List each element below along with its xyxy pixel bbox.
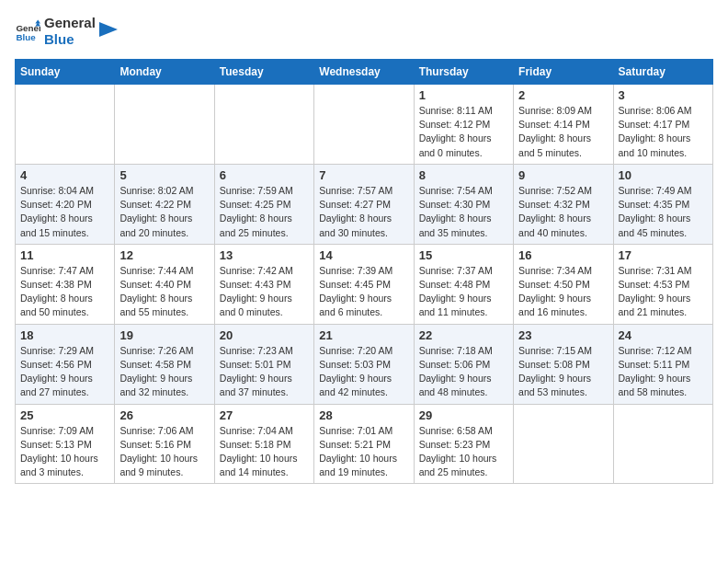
day-number: 9 bbox=[518, 168, 608, 182]
day-info: Sunrise: 7:37 AM Sunset: 4:48 PM Dayligh… bbox=[419, 264, 508, 320]
day-info: Sunrise: 7:09 AM Sunset: 5:13 PM Dayligh… bbox=[20, 424, 109, 480]
calendar-week-row: 25Sunrise: 7:09 AM Sunset: 5:13 PM Dayli… bbox=[16, 404, 713, 484]
weekday-header-saturday: Saturday bbox=[613, 60, 712, 85]
weekday-header-tuesday: Tuesday bbox=[214, 60, 313, 85]
weekday-header-thursday: Thursday bbox=[414, 60, 513, 85]
day-number: 23 bbox=[518, 328, 608, 342]
calendar-table: SundayMondayTuesdayWednesdayThursdayFrid… bbox=[15, 59, 713, 484]
logo-arrow-icon bbox=[99, 22, 118, 40]
day-info: Sunrise: 7:54 AM Sunset: 4:30 PM Dayligh… bbox=[419, 184, 508, 240]
day-info: Sunrise: 7:01 AM Sunset: 5:21 PM Dayligh… bbox=[319, 424, 408, 480]
calendar-cell: 3Sunrise: 8:06 AM Sunset: 4:17 PM Daylig… bbox=[613, 85, 712, 165]
day-number: 5 bbox=[119, 168, 209, 182]
day-info: Sunrise: 7:57 AM Sunset: 4:27 PM Dayligh… bbox=[319, 184, 408, 240]
calendar-cell bbox=[214, 85, 313, 165]
day-info: Sunrise: 7:47 AM Sunset: 4:38 PM Dayligh… bbox=[20, 264, 109, 320]
calendar-cell: 15Sunrise: 7:37 AM Sunset: 4:48 PM Dayli… bbox=[414, 244, 513, 324]
day-number: 11 bbox=[20, 248, 109, 262]
weekday-header-row: SundayMondayTuesdayWednesdayThursdayFrid… bbox=[16, 60, 713, 85]
logo-general: General bbox=[44, 15, 96, 31]
day-number: 24 bbox=[619, 328, 708, 342]
day-info: Sunrise: 8:04 AM Sunset: 4:20 PM Dayligh… bbox=[20, 184, 109, 240]
day-info: Sunrise: 7:44 AM Sunset: 4:40 PM Dayligh… bbox=[119, 264, 209, 320]
day-info: Sunrise: 8:11 AM Sunset: 4:12 PM Dayligh… bbox=[419, 104, 508, 160]
day-number: 6 bbox=[220, 168, 309, 182]
day-info: Sunrise: 7:18 AM Sunset: 5:06 PM Dayligh… bbox=[419, 344, 508, 400]
day-info: Sunrise: 7:31 AM Sunset: 4:53 PM Dayligh… bbox=[619, 264, 708, 320]
day-number: 1 bbox=[419, 88, 508, 102]
day-number: 18 bbox=[20, 328, 109, 342]
day-number: 12 bbox=[119, 248, 209, 262]
calendar-cell: 18Sunrise: 7:29 AM Sunset: 4:56 PM Dayli… bbox=[16, 324, 115, 404]
calendar-cell bbox=[314, 85, 414, 165]
calendar-cell: 13Sunrise: 7:42 AM Sunset: 4:43 PM Dayli… bbox=[214, 244, 313, 324]
day-number: 2 bbox=[518, 88, 608, 102]
day-number: 26 bbox=[119, 408, 209, 422]
calendar-cell bbox=[613, 404, 712, 484]
svg-text:Blue: Blue bbox=[16, 32, 36, 42]
day-number: 27 bbox=[220, 408, 309, 422]
day-number: 3 bbox=[619, 88, 708, 102]
day-info: Sunrise: 7:59 AM Sunset: 4:25 PM Dayligh… bbox=[220, 184, 309, 240]
calendar-cell bbox=[115, 85, 214, 165]
day-number: 21 bbox=[319, 328, 408, 342]
day-number: 4 bbox=[20, 168, 109, 182]
calendar-cell: 14Sunrise: 7:39 AM Sunset: 4:45 PM Dayli… bbox=[314, 244, 414, 324]
calendar-week-row: 11Sunrise: 7:47 AM Sunset: 4:38 PM Dayli… bbox=[16, 244, 713, 324]
calendar-cell: 2Sunrise: 8:09 AM Sunset: 4:14 PM Daylig… bbox=[514, 85, 613, 165]
calendar-cell: 8Sunrise: 7:54 AM Sunset: 4:30 PM Daylig… bbox=[414, 164, 513, 244]
day-number: 25 bbox=[20, 408, 109, 422]
day-info: Sunrise: 7:12 AM Sunset: 5:11 PM Dayligh… bbox=[619, 344, 708, 400]
calendar-week-row: 1Sunrise: 8:11 AM Sunset: 4:12 PM Daylig… bbox=[16, 85, 713, 165]
calendar-cell bbox=[514, 404, 613, 484]
day-number: 20 bbox=[220, 328, 309, 342]
calendar-cell: 16Sunrise: 7:34 AM Sunset: 4:50 PM Dayli… bbox=[514, 244, 613, 324]
header: General Blue General Blue bbox=[15, 15, 713, 48]
calendar-cell: 29Sunrise: 6:58 AM Sunset: 5:23 PM Dayli… bbox=[414, 404, 513, 484]
svg-marker-4 bbox=[99, 22, 118, 37]
calendar-cell: 24Sunrise: 7:12 AM Sunset: 5:11 PM Dayli… bbox=[613, 324, 712, 404]
weekday-header-monday: Monday bbox=[115, 60, 214, 85]
day-info: Sunrise: 7:34 AM Sunset: 4:50 PM Dayligh… bbox=[518, 264, 608, 320]
calendar-cell: 1Sunrise: 8:11 AM Sunset: 4:12 PM Daylig… bbox=[414, 85, 513, 165]
calendar-cell: 19Sunrise: 7:26 AM Sunset: 4:58 PM Dayli… bbox=[115, 324, 214, 404]
day-info: Sunrise: 7:26 AM Sunset: 4:58 PM Dayligh… bbox=[119, 344, 209, 400]
day-number: 8 bbox=[419, 168, 508, 182]
calendar-cell: 23Sunrise: 7:15 AM Sunset: 5:08 PM Dayli… bbox=[514, 324, 613, 404]
calendar-cell: 6Sunrise: 7:59 AM Sunset: 4:25 PM Daylig… bbox=[214, 164, 313, 244]
day-number: 17 bbox=[619, 248, 708, 262]
calendar-cell: 27Sunrise: 7:04 AM Sunset: 5:18 PM Dayli… bbox=[214, 404, 313, 484]
logo-icon: General Blue bbox=[15, 18, 40, 44]
calendar-cell: 25Sunrise: 7:09 AM Sunset: 5:13 PM Dayli… bbox=[16, 404, 115, 484]
calendar-cell: 21Sunrise: 7:20 AM Sunset: 5:03 PM Dayli… bbox=[314, 324, 414, 404]
calendar-week-row: 18Sunrise: 7:29 AM Sunset: 4:56 PM Dayli… bbox=[16, 324, 713, 404]
day-info: Sunrise: 8:09 AM Sunset: 4:14 PM Dayligh… bbox=[518, 104, 608, 160]
day-info: Sunrise: 8:06 AM Sunset: 4:17 PM Dayligh… bbox=[619, 104, 708, 160]
day-info: Sunrise: 7:39 AM Sunset: 4:45 PM Dayligh… bbox=[319, 264, 408, 320]
calendar-cell: 10Sunrise: 7:49 AM Sunset: 4:35 PM Dayli… bbox=[613, 164, 712, 244]
calendar-cell: 12Sunrise: 7:44 AM Sunset: 4:40 PM Dayli… bbox=[115, 244, 214, 324]
day-info: Sunrise: 7:20 AM Sunset: 5:03 PM Dayligh… bbox=[319, 344, 408, 400]
calendar-cell: 20Sunrise: 7:23 AM Sunset: 5:01 PM Dayli… bbox=[214, 324, 313, 404]
day-info: Sunrise: 7:49 AM Sunset: 4:35 PM Dayligh… bbox=[619, 184, 708, 240]
weekday-header-friday: Friday bbox=[514, 60, 613, 85]
day-number: 29 bbox=[419, 408, 508, 422]
calendar-cell bbox=[16, 85, 115, 165]
day-info: Sunrise: 7:15 AM Sunset: 5:08 PM Dayligh… bbox=[518, 344, 608, 400]
calendar-cell: 5Sunrise: 8:02 AM Sunset: 4:22 PM Daylig… bbox=[115, 164, 214, 244]
weekday-header-sunday: Sunday bbox=[16, 60, 115, 85]
day-number: 14 bbox=[319, 248, 408, 262]
day-number: 7 bbox=[319, 168, 408, 182]
day-info: Sunrise: 7:23 AM Sunset: 5:01 PM Dayligh… bbox=[220, 344, 309, 400]
day-info: Sunrise: 6:58 AM Sunset: 5:23 PM Dayligh… bbox=[419, 424, 508, 480]
day-info: Sunrise: 7:29 AM Sunset: 4:56 PM Dayligh… bbox=[20, 344, 109, 400]
calendar-cell: 4Sunrise: 8:04 AM Sunset: 4:20 PM Daylig… bbox=[16, 164, 115, 244]
logo-blue: Blue bbox=[44, 31, 96, 48]
weekday-header-wednesday: Wednesday bbox=[314, 60, 414, 85]
calendar-cell: 11Sunrise: 7:47 AM Sunset: 4:38 PM Dayli… bbox=[16, 244, 115, 324]
day-info: Sunrise: 7:04 AM Sunset: 5:18 PM Dayligh… bbox=[220, 424, 309, 480]
calendar-cell: 28Sunrise: 7:01 AM Sunset: 5:21 PM Dayli… bbox=[314, 404, 414, 484]
day-info: Sunrise: 8:02 AM Sunset: 4:22 PM Dayligh… bbox=[119, 184, 209, 240]
calendar-cell: 9Sunrise: 7:52 AM Sunset: 4:32 PM Daylig… bbox=[514, 164, 613, 244]
calendar-cell: 26Sunrise: 7:06 AM Sunset: 5:16 PM Dayli… bbox=[115, 404, 214, 484]
